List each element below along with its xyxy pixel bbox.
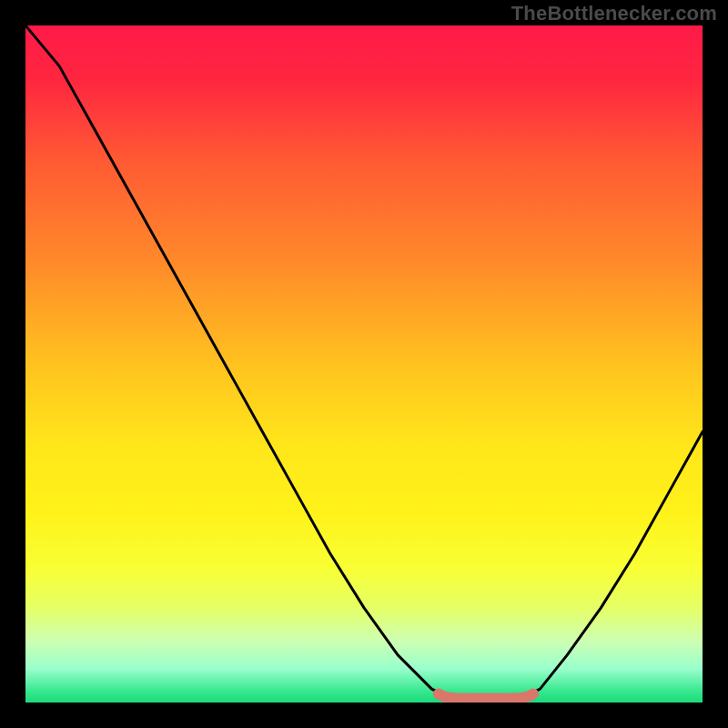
optimal-range-highlight [439, 694, 533, 699]
watermark-text: TheBottlenecker.com [511, 2, 717, 25]
plot-area [25, 25, 703, 703]
bottleneck-chart [25, 25, 703, 703]
chart-frame: TheBottlenecker.com [0, 0, 728, 728]
gradient-background [25, 25, 703, 703]
